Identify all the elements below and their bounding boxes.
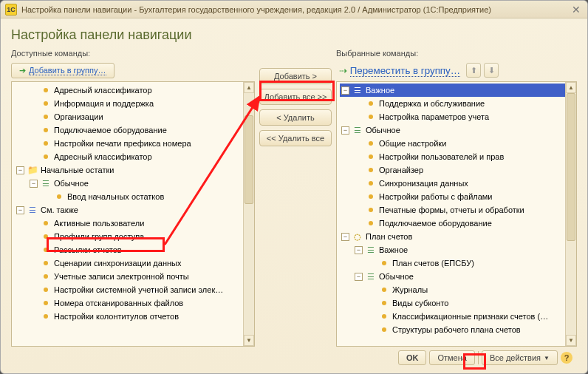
all-actions-button[interactable]: Все действия ▼: [482, 350, 558, 365]
collapse-icon[interactable]: −: [16, 166, 24, 174]
leaf-icon: [369, 194, 373, 199]
scroll-up-icon[interactable]: ▲: [244, 82, 254, 93]
leaf-icon: [382, 327, 386, 332]
tree-item[interactable]: Сценарии синхронизации данных: [54, 259, 181, 268]
tree-item[interactable]: Организации: [54, 112, 103, 121]
selected-tree[interactable]: − Важное Поддержка и обслуживание Настро…: [337, 82, 576, 346]
collapse-icon[interactable]: −: [355, 273, 363, 281]
window-title: Настройка панели навигации - Бухгалтерия…: [21, 5, 570, 14]
bars-icon: [27, 205, 38, 215]
leaf-icon: [369, 101, 373, 106]
tree-group[interactable]: Обычное: [54, 179, 89, 188]
tree-item[interactable]: Ввод начальных остатков: [67, 192, 164, 201]
app-logo-icon: 1C: [5, 4, 17, 16]
move-down-button[interactable]: ⬇: [484, 63, 499, 78]
tree-item[interactable]: Поддержка и обслуживание: [379, 99, 485, 108]
bars-icon: [366, 271, 376, 282]
bars-icon: [41, 178, 51, 188]
leaf-icon: [382, 288, 386, 292]
leaf-icon: [382, 301, 386, 305]
collapse-icon[interactable]: −: [341, 86, 349, 95]
bars-icon: [352, 85, 363, 95]
tree-group[interactable]: См. также: [41, 205, 78, 214]
scroll-up-icon[interactable]: ▲: [566, 82, 576, 93]
move-up-button[interactable]: ⬆: [466, 63, 481, 78]
tree-item[interactable]: Настройки работы с файлами: [379, 192, 493, 201]
selected-label: Выбранные команды:: [336, 49, 577, 58]
collapse-icon[interactable]: −: [341, 126, 349, 135]
leaf-icon: [382, 261, 386, 265]
ok-button[interactable]: OK: [398, 350, 427, 365]
move-to-group-button[interactable]: ⇢ Переместить в группу…: [336, 64, 463, 78]
tree-group[interactable]: Важное: [366, 86, 394, 95]
add-all-button[interactable]: Добавить все >>: [259, 89, 332, 105]
add-to-group-button[interactable]: ➔ Добавить в группу…: [11, 63, 114, 78]
tree-item[interactable]: План счетов (ЕПСБУ): [392, 259, 474, 268]
tree-item[interactable]: Профили групп доступа: [54, 232, 144, 241]
tree-item[interactable]: Классификационные признаки счетов (…: [392, 312, 548, 321]
scroll-down-icon[interactable]: ▼: [566, 335, 576, 346]
leaf-icon: [44, 141, 48, 146]
leaf-icon: [44, 301, 48, 305]
tree-group[interactable]: Обычное: [366, 126, 400, 135]
tree-item[interactable]: Настройки печати префикса номера: [54, 139, 191, 148]
tree-item[interactable]: Настройки системной учетной записи элек…: [54, 285, 223, 294]
collapse-icon[interactable]: −: [355, 246, 363, 254]
cylinder-icon: [352, 231, 363, 242]
tree-item[interactable]: Настройки колонтитулов отчетов: [54, 312, 179, 321]
scrollbar[interactable]: ▲ ▼: [565, 82, 576, 346]
move-icon: ⇢: [339, 65, 347, 76]
collapse-icon[interactable]: −: [341, 233, 349, 241]
arrow-right-icon: ➔: [19, 66, 26, 75]
leaf-icon: [44, 154, 48, 159]
tree-item[interactable]: Печатные формы, отчеты и обработки: [379, 205, 524, 214]
tree-item[interactable]: Структуры рабочего плана счетов: [392, 325, 521, 334]
scroll-down-icon[interactable]: ▼: [244, 335, 254, 346]
close-icon[interactable]: ✕: [570, 3, 583, 16]
tree-item[interactable]: Органайзер: [379, 166, 423, 174]
tree-item[interactable]: Адресный классификатор: [54, 152, 152, 161]
tree-item[interactable]: Адресный классификатор: [54, 86, 152, 95]
leaf-icon: [44, 128, 48, 132]
tree-group[interactable]: План счетов: [366, 232, 412, 241]
folder-icon: [27, 165, 38, 175]
leaf-icon: [44, 115, 48, 119]
scroll-thumb[interactable]: [567, 93, 575, 241]
tree-group[interactable]: Начальные остатки: [41, 166, 114, 174]
page-title: Настройка панели навигации: [11, 27, 577, 43]
available-tree[interactable]: Адресный классификатор Информация и подд…: [12, 82, 254, 346]
tree-item[interactable]: Журналы: [392, 285, 428, 294]
tree-item[interactable]: Рассылки отчетов: [54, 245, 122, 254]
tree-group[interactable]: Важное: [379, 245, 408, 254]
leaf-icon: [44, 88, 48, 92]
remove-all-button[interactable]: << Удалить все: [259, 130, 332, 146]
tree-item[interactable]: Активные пользователи: [54, 219, 144, 228]
remove-button[interactable]: < Удалить: [259, 109, 332, 126]
tree-item[interactable]: Настройка параметров учета: [379, 112, 489, 121]
help-icon[interactable]: ?: [561, 352, 572, 364]
tree-item[interactable]: Информация и поддержка: [54, 99, 154, 108]
cancel-button[interactable]: Отмена: [429, 350, 474, 365]
collapse-icon[interactable]: −: [30, 180, 38, 188]
tree-item[interactable]: Подключаемое оборудование: [54, 126, 167, 135]
tree-item[interactable]: Виды субконто: [392, 299, 448, 307]
tree-item[interactable]: Настройки пользователей и прав: [379, 152, 504, 161]
add-button[interactable]: Добавить >: [259, 68, 332, 84]
leaf-icon: [369, 154, 373, 159]
scrollbar[interactable]: ▲ ▼: [243, 82, 254, 346]
scroll-thumb[interactable]: [245, 115, 253, 204]
tree-group[interactable]: Обычное: [379, 272, 414, 281]
leaf-icon: [382, 314, 386, 319]
tree-item[interactable]: Общие настройки: [379, 139, 446, 148]
leaf-icon: [44, 274, 48, 279]
tree-item[interactable]: Номера отсканированных файлов: [54, 299, 183, 307]
tree-item[interactable]: Синхронизация данных: [379, 179, 468, 188]
tree-item[interactable]: Подключаемое оборудование: [379, 219, 492, 228]
available-label: Доступные команды:: [11, 49, 255, 58]
bars-icon: [366, 245, 376, 255]
leaf-icon: [44, 234, 48, 239]
leaf-icon: [369, 168, 373, 172]
collapse-icon[interactable]: −: [16, 206, 24, 214]
tree-item[interactable]: Учетные записи электронной почты: [54, 272, 189, 281]
add-to-group-label: Добавить в группу…: [29, 66, 106, 75]
